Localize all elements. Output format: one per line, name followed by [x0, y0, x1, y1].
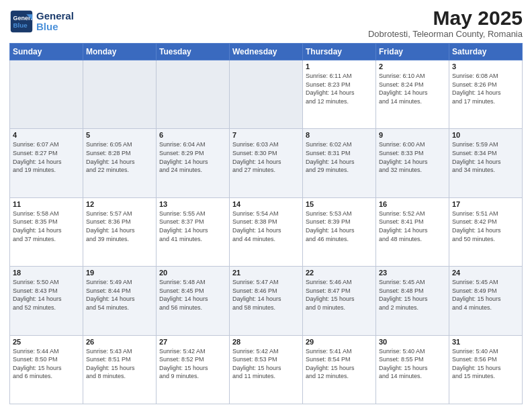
day-number: 4: [13, 131, 80, 139]
calendar-cell: 25Sunrise: 5:44 AM Sunset: 8:50 PM Dayli…: [10, 335, 83, 404]
day-number: 25: [13, 338, 80, 346]
calendar-cell: 5Sunrise: 6:05 AM Sunset: 8:28 PM Daylig…: [83, 129, 157, 197]
day-number: 24: [452, 269, 519, 277]
weekday-header-row: SundayMondayTuesdayWednesdayThursdayFrid…: [10, 44, 523, 60]
day-detail: Sunrise: 5:53 AM Sunset: 8:39 PM Dayligh…: [306, 210, 373, 243]
day-number: 19: [86, 269, 153, 277]
day-detail: Sunrise: 5:45 AM Sunset: 8:49 PM Dayligh…: [452, 278, 519, 312]
day-detail: Sunrise: 5:46 AM Sunset: 8:47 PM Dayligh…: [306, 278, 373, 312]
day-detail: Sunrise: 5:48 AM Sunset: 8:45 PM Dayligh…: [159, 278, 226, 312]
day-detail: Sunrise: 6:02 AM Sunset: 8:31 PM Dayligh…: [306, 140, 373, 174]
day-detail: Sunrise: 5:49 AM Sunset: 8:44 PM Dayligh…: [86, 278, 153, 312]
header: General Blue General Blue May 2025 Dobro…: [9, 7, 523, 39]
calendar-cell: 16Sunrise: 5:52 AM Sunset: 8:41 PM Dayli…: [376, 197, 449, 266]
title-block: May 2025 Dobrotesti, Teleorman County, R…: [368, 7, 523, 39]
calendar-cell: 9Sunrise: 6:00 AM Sunset: 8:33 PM Daylig…: [376, 129, 449, 197]
weekday-header-wednesday: Wednesday: [230, 44, 303, 60]
calendar-cell: 14Sunrise: 5:54 AM Sunset: 8:38 PM Dayli…: [230, 197, 303, 266]
calendar-cell: 17Sunrise: 5:51 AM Sunset: 8:42 PM Dayli…: [449, 197, 523, 266]
day-detail: Sunrise: 6:10 AM Sunset: 8:24 PM Dayligh…: [379, 72, 446, 105]
weekday-header-sunday: Sunday: [10, 44, 83, 60]
day-number: 27: [159, 338, 226, 346]
calendar-cell: 2Sunrise: 6:10 AM Sunset: 8:24 PM Daylig…: [376, 60, 449, 129]
day-number: 7: [232, 131, 300, 139]
calendar-cell: [83, 60, 157, 129]
day-number: 26: [86, 338, 153, 346]
calendar-cell: 12Sunrise: 5:57 AM Sunset: 8:36 PM Dayli…: [83, 197, 157, 266]
weekday-header-friday: Friday: [376, 44, 449, 60]
logo-line2: Blue: [36, 21, 58, 32]
calendar-cell: 21Sunrise: 5:47 AM Sunset: 8:46 PM Dayli…: [230, 267, 303, 335]
calendar-cell: 13Sunrise: 5:55 AM Sunset: 8:37 PM Dayli…: [157, 197, 230, 266]
month-title: May 2025: [368, 7, 523, 29]
logo-icon: General Blue: [9, 9, 34, 34]
day-number: 23: [379, 269, 446, 277]
weekday-header-monday: Monday: [83, 44, 157, 60]
day-detail: Sunrise: 5:43 AM Sunset: 8:51 PM Dayligh…: [86, 347, 153, 381]
day-detail: Sunrise: 6:07 AM Sunset: 8:27 PM Dayligh…: [13, 140, 80, 174]
day-number: 20: [159, 269, 226, 277]
calendar-table: SundayMondayTuesdayWednesdayThursdayFrid…: [9, 43, 523, 404]
day-detail: Sunrise: 5:51 AM Sunset: 8:42 PM Dayligh…: [452, 210, 519, 243]
calendar-cell: 18Sunrise: 5:50 AM Sunset: 8:43 PM Dayli…: [10, 267, 83, 335]
day-number: 1: [306, 62, 373, 71]
day-detail: Sunrise: 5:58 AM Sunset: 8:35 PM Dayligh…: [13, 210, 80, 243]
day-number: 30: [379, 338, 446, 346]
day-detail: Sunrise: 6:08 AM Sunset: 8:26 PM Dayligh…: [452, 72, 519, 105]
day-number: 15: [306, 200, 373, 208]
week-row-1: 1Sunrise: 6:11 AM Sunset: 8:23 PM Daylig…: [10, 60, 523, 129]
day-number: 12: [86, 200, 153, 208]
weekday-header-saturday: Saturday: [449, 44, 523, 60]
day-detail: Sunrise: 6:04 AM Sunset: 8:29 PM Dayligh…: [159, 140, 226, 174]
day-number: 29: [306, 338, 373, 346]
day-number: 6: [159, 131, 226, 139]
logo-text: General Blue: [36, 11, 74, 33]
day-detail: Sunrise: 5:57 AM Sunset: 8:36 PM Dayligh…: [86, 210, 153, 243]
day-detail: Sunrise: 5:47 AM Sunset: 8:46 PM Dayligh…: [232, 278, 300, 312]
calendar-cell: 31Sunrise: 5:40 AM Sunset: 8:56 PM Dayli…: [449, 335, 523, 404]
day-number: 18: [13, 269, 80, 277]
day-number: 16: [379, 200, 446, 208]
day-number: 8: [306, 131, 373, 139]
day-number: 21: [232, 269, 300, 277]
day-number: 11: [13, 200, 80, 208]
week-row-4: 18Sunrise: 5:50 AM Sunset: 8:43 PM Dayli…: [10, 267, 523, 335]
svg-text:Blue: Blue: [13, 21, 28, 29]
day-detail: Sunrise: 5:42 AM Sunset: 8:53 PM Dayligh…: [232, 347, 300, 381]
day-number: 10: [452, 131, 519, 139]
day-detail: Sunrise: 6:11 AM Sunset: 8:23 PM Dayligh…: [306, 72, 373, 105]
day-number: 9: [379, 131, 446, 139]
calendar-cell: 27Sunrise: 5:42 AM Sunset: 8:52 PM Dayli…: [157, 335, 230, 404]
day-detail: Sunrise: 5:40 AM Sunset: 8:56 PM Dayligh…: [452, 347, 519, 381]
day-detail: Sunrise: 5:55 AM Sunset: 8:37 PM Dayligh…: [159, 210, 226, 243]
day-detail: Sunrise: 5:59 AM Sunset: 8:34 PM Dayligh…: [452, 140, 519, 174]
weekday-header-thursday: Thursday: [303, 44, 376, 60]
day-detail: Sunrise: 5:44 AM Sunset: 8:50 PM Dayligh…: [13, 347, 80, 381]
week-row-5: 25Sunrise: 5:44 AM Sunset: 8:50 PM Dayli…: [10, 335, 523, 404]
day-detail: Sunrise: 5:40 AM Sunset: 8:55 PM Dayligh…: [379, 347, 446, 381]
week-row-2: 4Sunrise: 6:07 AM Sunset: 8:27 PM Daylig…: [10, 129, 523, 197]
calendar-cell: 30Sunrise: 5:40 AM Sunset: 8:55 PM Dayli…: [376, 335, 449, 404]
day-detail: Sunrise: 5:54 AM Sunset: 8:38 PM Dayligh…: [232, 210, 300, 243]
day-detail: Sunrise: 5:52 AM Sunset: 8:41 PM Dayligh…: [379, 210, 446, 243]
calendar-cell: 7Sunrise: 6:03 AM Sunset: 8:30 PM Daylig…: [230, 129, 303, 197]
calendar-cell: 8Sunrise: 6:02 AM Sunset: 8:31 PM Daylig…: [303, 129, 376, 197]
day-number: 3: [452, 62, 519, 71]
day-detail: Sunrise: 5:50 AM Sunset: 8:43 PM Dayligh…: [13, 278, 80, 312]
calendar-cell: 19Sunrise: 5:49 AM Sunset: 8:44 PM Dayli…: [83, 267, 157, 335]
calendar-cell: 15Sunrise: 5:53 AM Sunset: 8:39 PM Dayli…: [303, 197, 376, 266]
day-detail: Sunrise: 5:41 AM Sunset: 8:54 PM Dayligh…: [306, 347, 373, 381]
calendar-cell: 11Sunrise: 5:58 AM Sunset: 8:35 PM Dayli…: [10, 197, 83, 266]
day-number: 31: [452, 338, 519, 346]
calendar-cell: 29Sunrise: 5:41 AM Sunset: 8:54 PM Dayli…: [303, 335, 376, 404]
page: General Blue General Blue May 2025 Dobro…: [0, 0, 532, 411]
calendar-cell: 28Sunrise: 5:42 AM Sunset: 8:53 PM Dayli…: [230, 335, 303, 404]
logo-line1: General: [36, 11, 74, 22]
calendar-cell: 1Sunrise: 6:11 AM Sunset: 8:23 PM Daylig…: [303, 60, 376, 129]
calendar-cell: 10Sunrise: 5:59 AM Sunset: 8:34 PM Dayli…: [449, 129, 523, 197]
day-detail: Sunrise: 6:03 AM Sunset: 8:30 PM Dayligh…: [232, 140, 300, 174]
day-number: 14: [232, 200, 300, 208]
day-detail: Sunrise: 6:00 AM Sunset: 8:33 PM Dayligh…: [379, 140, 446, 174]
day-detail: Sunrise: 5:42 AM Sunset: 8:52 PM Dayligh…: [159, 347, 226, 381]
day-number: 17: [452, 200, 519, 208]
